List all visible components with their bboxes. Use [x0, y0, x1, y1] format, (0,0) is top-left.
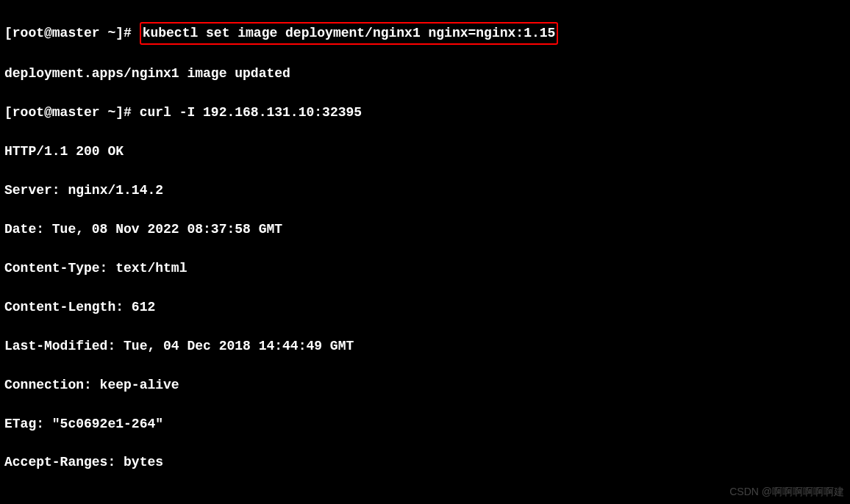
http-connection: Connection: keep-alive	[4, 375, 846, 395]
http-status: HTTP/1.1 200 OK	[4, 142, 846, 161]
command-set-image: kubectl set image deployment/nginx1 ngin…	[140, 22, 559, 44]
http-date: Date: Tue, 08 Nov 2022 08:37:58 GMT	[4, 220, 846, 239]
shell-prompt: [root@master ~]#	[4, 105, 140, 120]
server-value: nginx/1.14.2	[68, 183, 163, 198]
server-label: Server:	[4, 183, 68, 198]
http-last-modified: Last-Modified: Tue, 04 Dec 2018 14:44:49…	[4, 336, 846, 356]
blank-line	[4, 492, 846, 504]
http-etag: ETag: "5c0692e1-264"	[4, 414, 846, 433]
http-content-length: Content-Length: 612	[4, 298, 846, 317]
http-accept-ranges: Accept-Ranges: bytes	[4, 453, 846, 472]
command-curl-1: curl -I 192.168.131.10:32395	[140, 105, 362, 120]
http-content-type: Content-Type: text/html	[4, 259, 846, 278]
output-line: deployment.apps/nginx1 image updated	[4, 64, 846, 83]
shell-prompt: [root@master ~]#	[4, 26, 140, 40]
watermark-text: CSDN @啊啊啊啊啊啊建	[729, 484, 844, 500]
terminal-output[interactable]: [root@master ~]# kubectl set image deplo…	[0, 0, 850, 504]
